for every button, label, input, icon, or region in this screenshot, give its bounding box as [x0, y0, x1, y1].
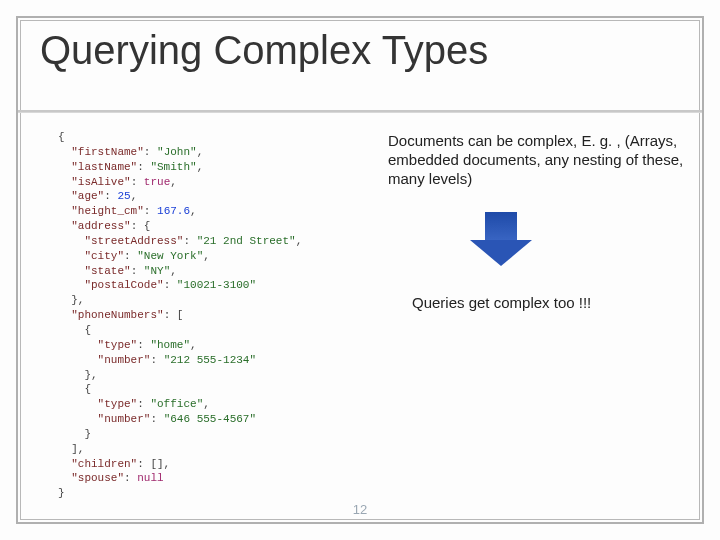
title-underline [18, 110, 702, 113]
note-queries-complex: Queries get complex too !!! [412, 294, 702, 311]
slide: Querying Complex Types { "firstName": "J… [0, 0, 720, 540]
note-complex-documents: Documents can be complex, E. g. , (Array… [388, 132, 688, 188]
arrow-down-icon [470, 212, 530, 268]
json-code-block: { "firstName": "John", "lastName": "Smit… [58, 130, 368, 501]
slide-title: Querying Complex Types [40, 28, 680, 73]
page-number: 12 [0, 502, 720, 517]
